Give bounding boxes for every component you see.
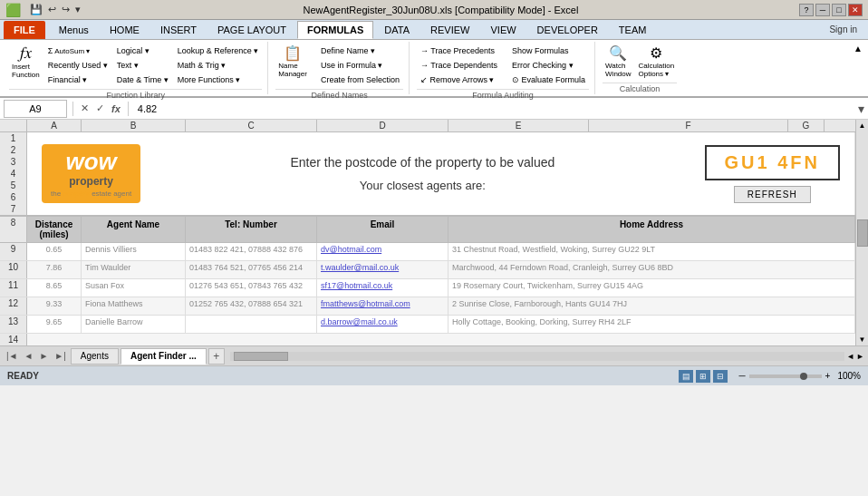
col-b[interactable]: B <box>82 120 186 131</box>
trace-dependents-btn[interactable]: → Trace Dependents <box>417 58 501 73</box>
tab-file[interactable]: FILE <box>4 21 45 39</box>
use-in-formula-btn[interactable]: Use in Formula ▾ <box>317 58 403 73</box>
name-manager-btn[interactable]: 📋 NameManager <box>275 44 310 79</box>
lookup-ref-btn[interactable]: Lookup & Reference ▾ <box>174 44 263 58</box>
tab-developer[interactable]: DEVELOPER <box>527 21 608 39</box>
autosum-btn[interactable]: Σ AutoSum ▾ <box>44 44 111 58</box>
col-e[interactable]: E <box>448 120 589 131</box>
insert-function-btn[interactable]: 𝑓𝑥 InsertFunction <box>9 44 43 80</box>
col-a[interactable]: A <box>27 120 82 131</box>
tab-team[interactable]: TEAM <box>609 21 657 39</box>
cell-10-b[interactable]: Tim Waulder <box>82 261 186 278</box>
undo-qa-btn[interactable]: ↩ <box>46 3 58 16</box>
minimize-btn[interactable]: ─ <box>815 4 830 16</box>
cell-11-d[interactable]: sf17@hotmail.co.uk <box>317 279 448 297</box>
logical-btn[interactable]: Logical ▾ <box>113 44 172 58</box>
cell-13-e[interactable]: Holly Cottage, Booking, Dorking, Surrey … <box>448 316 855 333</box>
postcode-display[interactable]: GU1 4FN <box>705 145 840 180</box>
calculation-options-btn[interactable]: ⚙ CalculationOptions ▾ <box>636 44 678 79</box>
cell-11-c[interactable]: 01276 543 651, 07843 765 432 <box>186 279 317 297</box>
sheet-tab-agent-finder[interactable]: Agent Finder ... <box>121 348 207 365</box>
tab-home[interactable]: HOME <box>100 21 149 39</box>
cell-9-b[interactable]: Dennis Villiers <box>82 243 186 260</box>
tab-view[interactable]: VIEW <box>480 21 526 39</box>
ribbon-expand-btn[interactable]: ▲ <box>852 42 864 94</box>
tab-next-btn[interactable]: ► <box>36 351 51 361</box>
scroll-up-btn[interactable]: ▲ <box>857 120 868 131</box>
cell-9-e[interactable]: 31 Chestnut Road, Westfield, Woking, Sur… <box>448 243 855 260</box>
cell-9-d[interactable]: dv@hotmail.com <box>317 243 448 260</box>
more-functions-btn[interactable]: More Functions ▾ <box>174 73 263 87</box>
help-btn[interactable]: ? <box>799 4 814 16</box>
tab-formulas[interactable]: FORMULAS <box>297 21 373 39</box>
cancel-formula-icon[interactable]: ✕ <box>79 102 91 114</box>
col-g[interactable]: G <box>788 120 825 131</box>
cell-13-b[interactable]: Danielle Barrow <box>82 316 186 333</box>
normal-view-icon[interactable]: ▤ <box>679 370 693 383</box>
confirm-formula-icon[interactable]: ✓ <box>94 102 106 114</box>
expand-icon[interactable]: ▲ <box>854 44 863 53</box>
tab-prev-btn[interactable]: ◄ <box>22 351 36 361</box>
text-btn[interactable]: Text ▾ <box>113 58 172 73</box>
cell-12-a[interactable]: 9.33 <box>27 297 82 315</box>
close-btn[interactable]: ✕ <box>848 4 863 16</box>
formula-input[interactable]: 4.82 <box>134 100 854 118</box>
cell-11-b[interactable]: Susan Fox <box>82 279 186 297</box>
tab-review[interactable]: REVIEW <box>420 21 479 39</box>
save-qa-btn[interactable]: 💾 <box>28 3 44 16</box>
financial-btn[interactable]: Financial ▾ <box>44 73 111 87</box>
show-formulas-btn[interactable]: Show Formulas <box>508 44 589 58</box>
scroll-thumb[interactable] <box>857 219 868 247</box>
cell-10-c[interactable]: 01483 764 521, 07765 456 214 <box>186 261 317 278</box>
cell-12-d[interactable]: fmatthews@hotmail.com <box>317 297 448 315</box>
tab-menus[interactable]: Menus <box>49 21 99 39</box>
zoom-slider[interactable] <box>749 374 822 378</box>
tab-page-layout[interactable]: PAGE LAYOUT <box>207 21 296 39</box>
cell-9-c[interactable]: 01483 822 421, 07888 432 876 <box>186 243 317 260</box>
cell-12-e[interactable]: 2 Sunrise Close, Farnborough, Hants GU14… <box>448 297 855 315</box>
remove-arrows-btn[interactable]: ↙ Remove Arrows ▾ <box>417 73 501 87</box>
zoom-thumb[interactable] <box>800 373 807 380</box>
sheet-tab-agents[interactable]: Agents <box>71 348 119 365</box>
tab-insert[interactable]: INSERT <box>150 21 207 39</box>
date-time-btn[interactable]: Date & Time ▾ <box>113 73 172 87</box>
evaluate-formula-btn[interactable]: ⊙ Evaluate Formula <box>508 73 589 87</box>
math-trig-btn[interactable]: Math & Trig ▾ <box>174 58 263 73</box>
refresh-button[interactable]: REFRESH <box>734 186 811 203</box>
empty-cell[interactable] <box>27 334 855 345</box>
cell-11-a[interactable]: 8.65 <box>27 279 82 297</box>
h-scroll-thumb[interactable] <box>234 352 288 361</box>
formula-expand-icon[interactable]: ▾ <box>858 102 864 116</box>
col-f[interactable]: F <box>589 120 788 131</box>
redo-qa-btn[interactable]: ↪ <box>60 3 72 16</box>
tab-data[interactable]: DATA <box>374 21 420 39</box>
cell-10-a[interactable]: 7.86 <box>27 261 82 278</box>
trace-precedents-btn[interactable]: → Trace Precedents <box>417 44 501 58</box>
insert-function-formula-icon[interactable]: fx <box>110 103 122 114</box>
tab-first-btn[interactable]: |◄ <box>4 351 21 361</box>
col-d[interactable]: D <box>317 120 448 131</box>
name-box[interactable]: A9 <box>4 100 67 118</box>
h-scroll-left[interactable]: ◄ <box>846 352 854 361</box>
sign-in[interactable]: Sign in <box>822 24 864 34</box>
cell-13-a[interactable]: 9.65 <box>27 316 82 333</box>
recently-used-btn[interactable]: Recently Used ▾ <box>44 58 111 73</box>
cell-13-c[interactable] <box>186 316 317 333</box>
h-scroll-right[interactable]: ► <box>856 352 864 361</box>
cell-12-b[interactable]: Fiona Matthews <box>82 297 186 315</box>
create-from-selection-btn[interactable]: Create from Selection <box>317 73 403 87</box>
page-layout-icon[interactable]: ⊞ <box>696 370 710 383</box>
cell-13-d[interactable]: d.barrow@mail.co.uk <box>317 316 448 333</box>
define-name-btn[interactable]: Define Name ▾ <box>317 44 403 58</box>
cell-11-e[interactable]: 19 Rosemary Court, Twickenham, Surrey GU… <box>448 279 855 297</box>
cell-10-d[interactable]: t.waulder@mail.co.uk <box>317 261 448 278</box>
col-c[interactable]: C <box>186 120 317 131</box>
cell-10-e[interactable]: Marchwood, 44 Ferndown Road, Cranleigh, … <box>448 261 855 278</box>
tab-last-btn[interactable]: ►| <box>52 351 69 361</box>
scroll-down-btn[interactable]: ▼ <box>857 334 868 345</box>
error-checking-btn[interactable]: Error Checking ▾ <box>508 58 589 73</box>
zoom-out-btn[interactable]: ─ <box>738 371 745 381</box>
zoom-in-btn[interactable]: + <box>825 371 831 381</box>
add-sheet-btn[interactable]: + <box>208 348 225 365</box>
page-break-icon[interactable]: ⊟ <box>713 370 728 383</box>
